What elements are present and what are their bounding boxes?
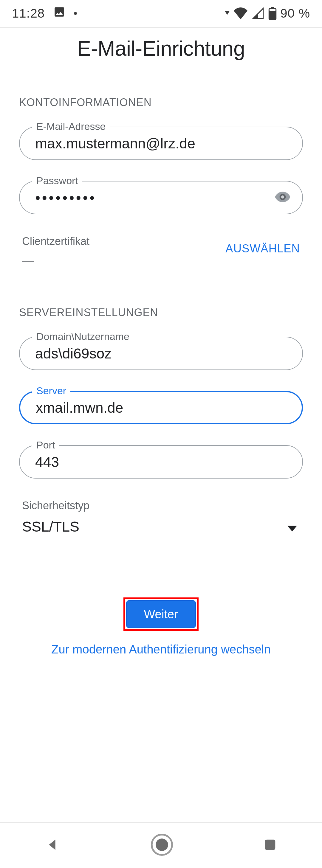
image-icon [53, 6, 66, 21]
nav-home-icon[interactable] [151, 833, 173, 857]
modern-auth-link[interactable]: Zur modernen Authentifizierung wechseln [19, 643, 303, 656]
email-label: E-Mail-Adresse [32, 121, 110, 132]
server-label: Server [32, 385, 70, 397]
divider [0, 27, 322, 28]
email-field-wrap: E-Mail-Adresse [19, 127, 303, 160]
username-field-wrap: Domain\Nutzername [19, 337, 303, 370]
chevron-down-icon [287, 519, 297, 535]
client-cert-value: — [22, 254, 89, 268]
security-type-row[interactable]: Sicherheitstyp SSL/TLS [19, 499, 303, 535]
port-field-wrap: Port [19, 445, 303, 478]
eye-icon[interactable] [274, 189, 291, 207]
signal-icon [252, 7, 265, 19]
username-label: Domain\Nutzername [32, 331, 134, 342]
nav-recent-icon[interactable] [263, 838, 277, 853]
server-field-wrap: Server [19, 391, 303, 424]
section-account-label: KONTOINFORMATIONEN [19, 96, 303, 109]
dropdown-triangle-icon [225, 11, 230, 16]
svg-point-4 [156, 838, 168, 851]
client-cert-select-button[interactable]: AUSWÄHLEN [225, 242, 300, 255]
client-cert-row: Clientzertifikat — AUSWÄHLEN [19, 235, 303, 268]
notification-dot-icon [74, 12, 77, 15]
security-type-label: Sicherheitstyp [19, 499, 303, 512]
port-label: Port [32, 439, 59, 451]
password-label: Passwort [32, 175, 82, 187]
highlight-box: Weiter [123, 597, 199, 631]
password-field-wrap: Passwort [19, 181, 303, 214]
port-input[interactable] [19, 445, 303, 478]
wifi-icon [233, 7, 248, 19]
security-type-value: SSL/TLS [22, 519, 79, 535]
svg-point-2 [281, 195, 284, 198]
status-time: 11:28 [12, 6, 45, 21]
page-title: E-Mail-Einrichtung [19, 37, 303, 61]
svg-rect-0 [269, 9, 275, 11]
status-bar: 11:28 90 % [0, 0, 322, 27]
next-button[interactable]: Weiter [126, 600, 196, 628]
system-nav-bar [0, 823, 322, 868]
battery-icon [268, 7, 277, 20]
client-cert-label: Clientzertifikat [22, 235, 89, 248]
svg-rect-5 [265, 840, 275, 850]
battery-percent: 90 % [280, 6, 310, 21]
nav-back-icon[interactable] [45, 837, 61, 854]
section-server-label: SERVEREINSTELLUNGEN [19, 306, 303, 319]
